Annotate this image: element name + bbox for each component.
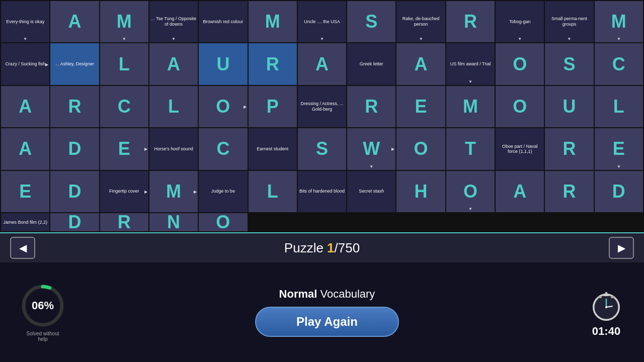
clue-cell: US film award / Trial▼ xyxy=(446,43,495,84)
letter-cell[interactable]: T xyxy=(446,128,495,169)
vocab-section: Normal Vocabulary Play Again xyxy=(255,288,399,337)
progress-circle: 06% xyxy=(20,283,65,328)
arrow-down-icon: ▼ xyxy=(468,207,472,211)
letter-cell[interactable]: A xyxy=(298,43,346,84)
letter-cell[interactable]: C xyxy=(595,43,643,84)
letter-cell[interactable]: R xyxy=(50,86,99,127)
svg-point-0 xyxy=(24,287,62,325)
letter-cell[interactable]: R xyxy=(545,128,593,169)
help-label: help xyxy=(38,336,48,342)
letter-cell[interactable]: A xyxy=(50,1,99,42)
letter-cell[interactable]: A xyxy=(149,43,198,84)
letter-cell[interactable]: S xyxy=(545,43,593,84)
letter-cell[interactable]: R xyxy=(100,213,148,231)
clue-cell: Judge to be xyxy=(199,171,247,212)
arrow-right-icon: ▶ xyxy=(45,62,48,66)
clue-cell: James Bond film (2,2) xyxy=(1,213,49,231)
letter-cell[interactable]: S xyxy=(347,1,395,42)
puzzle-title: Puzzle 1/750 xyxy=(284,240,360,256)
letter-cell[interactable]: N xyxy=(149,213,198,231)
clue-cell: Crazy / Sucking fish▶ xyxy=(1,43,49,84)
letter-cell[interactable]: H xyxy=(396,171,445,212)
letter-cell[interactable]: O xyxy=(496,43,544,84)
timer-icon xyxy=(589,287,624,322)
letter-cell[interactable]: P xyxy=(249,86,297,127)
arrow-right-icon: ▶ xyxy=(144,147,147,151)
arrow-down-icon: ▼ xyxy=(468,79,472,84)
letter-cell[interactable]: O▶ xyxy=(199,86,247,127)
letter-cell[interactable]: U xyxy=(545,86,593,127)
clue-cell: Horse's hoof sound xyxy=(149,128,198,169)
letter-cell[interactable]: L xyxy=(249,171,297,212)
letter-cell[interactable]: A xyxy=(496,171,544,212)
arrow-down-icon: ▼ xyxy=(369,164,373,169)
letter-cell[interactable]: D xyxy=(50,213,99,231)
letter-cell[interactable]: D xyxy=(50,171,99,212)
letter-cell[interactable]: O xyxy=(496,86,544,127)
arrow-right-icon: ▶ xyxy=(194,189,197,194)
nav-bar: ◀ Puzzle 1/750 ▶ xyxy=(0,232,644,262)
letter-cell[interactable]: S xyxy=(298,128,346,169)
clue-cell: Dressing / Actress, ... Gold-berg xyxy=(298,86,346,127)
letter-cell[interactable]: E▶ xyxy=(100,128,148,169)
letter-cell[interactable]: E▼ xyxy=(595,128,643,169)
letter-cell[interactable]: C xyxy=(100,86,148,127)
letter-cell[interactable]: A xyxy=(396,43,445,84)
clue-cell: ... Tse Tung / Opposite of downs▼ xyxy=(149,1,198,42)
letter-cell[interactable]: M xyxy=(446,86,495,127)
letter-cell[interactable]: M▼ xyxy=(595,1,643,42)
letter-cell[interactable]: M▼ xyxy=(100,1,148,42)
vocab-title: Normal Vocabulary xyxy=(279,288,375,301)
arrow-down-icon: ▼ xyxy=(617,164,621,169)
arrow-right-icon: ▶ xyxy=(244,104,247,109)
arrow-down-icon: ▼ xyxy=(617,37,621,41)
svg-rect-9 xyxy=(598,296,602,298)
svg-rect-10 xyxy=(611,296,615,298)
letter-cell[interactable]: E xyxy=(1,171,49,212)
solve-stat: 06% Solved without help xyxy=(20,283,65,342)
letter-cell[interactable]: E xyxy=(396,86,445,127)
clue-cell: Rake, de-bauched person▼ xyxy=(396,1,445,42)
arrow-down-icon: ▼ xyxy=(172,37,176,41)
solved-label: Solved without xyxy=(26,331,59,336)
letter-cell[interactable]: L xyxy=(149,86,198,127)
clue-cell: Small perma-nent groups▼ xyxy=(545,1,593,42)
letter-cell[interactable]: O▼ xyxy=(446,171,495,212)
arrow-down-icon: ▼ xyxy=(122,37,126,41)
clue-cell: Secret stash xyxy=(347,171,395,212)
clue-cell: Brownish red colour xyxy=(199,1,247,42)
forward-button[interactable]: ▶ xyxy=(609,237,634,259)
clue-cell: Earnest student xyxy=(249,128,297,169)
letter-cell[interactable]: L xyxy=(100,43,148,84)
arrow-down-icon: ▼ xyxy=(23,37,27,41)
letter-cell[interactable]: D xyxy=(50,128,99,169)
letter-cell[interactable]: O xyxy=(199,213,247,231)
crossword-grid[interactable]: Every-thing is okay▼AM▼... Tse Tung / Op… xyxy=(0,0,644,232)
letter-cell[interactable]: C xyxy=(199,128,247,169)
letter-cell[interactable]: A xyxy=(1,128,49,169)
clue-cell: Fingertip cover▶ xyxy=(100,171,148,212)
play-again-button[interactable]: Play Again xyxy=(255,307,399,337)
letter-cell[interactable]: O xyxy=(396,128,445,169)
letter-cell[interactable]: D xyxy=(595,171,643,212)
letter-cell[interactable]: R xyxy=(249,43,297,84)
letter-cell[interactable]: U xyxy=(199,43,247,84)
bottom-bar: ◀ Puzzle 1/750 ▶ 06% Solved without help xyxy=(0,232,644,362)
letter-cell[interactable]: M xyxy=(249,1,297,42)
clue-cell: Bits of hardened blood xyxy=(298,171,346,212)
clue-cell: Greek letter xyxy=(347,43,395,84)
letter-cell[interactable]: R xyxy=(446,1,495,42)
stats-bar: 06% Solved without help Normal Vocabular… xyxy=(0,262,644,362)
clue-cell: Oboe part / Naval force (1,1,1) xyxy=(496,128,544,169)
back-button[interactable]: ◀ xyxy=(10,237,35,259)
letter-cell[interactable]: M▶ xyxy=(149,171,198,212)
letter-cell[interactable]: R xyxy=(347,86,395,127)
svg-rect-5 xyxy=(605,292,607,295)
letter-cell[interactable]: L xyxy=(595,86,643,127)
letter-cell[interactable]: W▶▼ xyxy=(347,128,395,169)
letter-cell[interactable]: R xyxy=(545,171,593,212)
clue-cell: Tobog-gan▼ xyxy=(496,1,544,42)
svg-point-8 xyxy=(605,306,607,308)
letter-cell[interactable]: A xyxy=(1,86,49,127)
clue-cell: Uncle .... the USA▼ xyxy=(298,1,346,42)
